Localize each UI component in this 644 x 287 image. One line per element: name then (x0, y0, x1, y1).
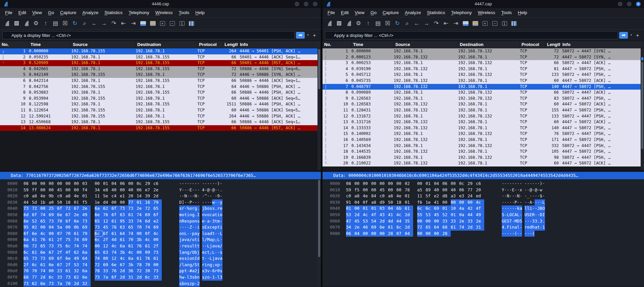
hex-ascii-char[interactable]: t (197, 262, 200, 268)
hex-byte[interactable]: 01 (346, 205, 354, 212)
hex-byte[interactable]: 74 (40, 268, 49, 274)
hex-byte[interactable]: 00 (417, 181, 426, 187)
hex-ascii-char[interactable]: N (184, 193, 187, 199)
hex-byte[interactable]: 01 (451, 212, 459, 218)
hex-ascii-char[interactable]: E (512, 187, 514, 193)
hex-ascii-char[interactable]: s (202, 274, 205, 281)
hex-ascii-char[interactable]: · (537, 187, 540, 193)
hex-ascii-char[interactable]: p (179, 268, 182, 274)
hex-byte[interactable]: 70 (145, 262, 153, 268)
hex-ascii-char[interactable]: · (535, 205, 537, 212)
hex-byte[interactable]: 25 (49, 205, 57, 212)
hex-byte[interactable]: 61 (32, 237, 40, 243)
hex-byte[interactable]: 45 (434, 212, 442, 218)
hex-ascii-char[interactable]: s (210, 205, 212, 212)
hex-byte[interactable]: 6c (65, 243, 74, 249)
hex-ascii-char[interactable]: b (204, 205, 207, 212)
hex-ascii-char[interactable]: G (502, 218, 504, 225)
hex-byte[interactable]: 6f (32, 212, 40, 218)
hex-ascii-char[interactable]: i (197, 224, 200, 231)
hex-ascii-char[interactable]: · (517, 181, 520, 187)
hex-ascii-char[interactable]: a (207, 231, 210, 237)
hex-byte[interactable]: 6f (111, 212, 120, 218)
hex-ascii-char[interactable]: 0 (217, 268, 220, 274)
hex-ascii-char[interactable]: ( (532, 231, 535, 237)
hex-ascii-char[interactable]: c (210, 212, 212, 218)
hex-ascii-char[interactable]: r (182, 205, 185, 212)
hex-byte[interactable]: 4f (65, 249, 74, 256)
hex-ascii-char[interactable]: · (535, 212, 537, 218)
hex-byte[interactable]: 4c (153, 231, 162, 237)
hex-ascii-char[interactable]: S (502, 212, 504, 218)
start-capture-icon[interactable] (325, 19, 333, 28)
hex-byte[interactable]: 91 (346, 199, 354, 206)
hex-byte[interactable]: 46 (363, 224, 371, 231)
hex-byte[interactable]: 33 (128, 218, 137, 225)
hex-ascii-char[interactable]: · (519, 193, 522, 199)
title-bar[interactable]: 4446.cap (0, 0, 321, 8)
hex-ascii-char[interactable]: · (197, 193, 200, 199)
hex-ascii-char[interactable]: M (514, 218, 517, 225)
hex-byte[interactable]: 61 (405, 205, 413, 212)
hex-byte[interactable]: 65 (40, 218, 49, 225)
hex-ascii-char[interactable]: · (512, 199, 514, 206)
hex-ascii-char[interactable]: S (507, 218, 509, 225)
packet-row[interactable]: 2│0.000123192.168.78.132192.168.78.1TCP7… (323, 54, 644, 60)
hex-ascii-char[interactable]: o (207, 205, 210, 212)
hex-ascii-char[interactable]: x (202, 268, 205, 274)
hex-ascii-char[interactable]: 2 (197, 281, 200, 287)
packet-row[interactable]: 6│0.045735192.168.78.132192.168.78.1TCP6… (323, 78, 644, 84)
hex-byte[interactable]: 78 (405, 187, 413, 193)
hex-byte[interactable]: 74 (137, 218, 145, 225)
hex-ascii-char[interactable]: · (215, 187, 217, 193)
packet-row[interactable]: 16│0.140569192.168.78.132192.168.78.1TCP… (323, 137, 644, 143)
hex-byte[interactable]: 2e (459, 218, 467, 225)
hex-ascii-char[interactable]: · (517, 231, 520, 237)
hex-byte[interactable]: 74 (137, 212, 145, 218)
hex-ascii-char[interactable]: 3 (212, 218, 215, 225)
hex-byte[interactable]: 65 (40, 243, 49, 249)
hex-ascii-char[interactable]: . (504, 224, 507, 231)
hex-byte[interactable]: 61 (128, 243, 137, 249)
hex-byte[interactable]: e2 (434, 193, 442, 199)
hex-byte[interactable]: 73 (153, 268, 162, 274)
hex-ascii-char[interactable]: / (189, 237, 192, 243)
hex-byte[interactable]: 73 (82, 218, 91, 225)
hex-ascii-char[interactable]: · (184, 199, 187, 206)
hex-ascii-char[interactable]: · (179, 243, 182, 249)
hex-ascii-char[interactable]: ^ (204, 193, 207, 199)
hex-byte[interactable]: 62 (74, 274, 82, 281)
packet-row[interactable]: 58.042149192.168.78.155192.168.78.1TCP72… (0, 72, 321, 78)
hex-byte[interactable]: 00 (128, 181, 137, 187)
menu-item-view[interactable]: View (352, 10, 367, 15)
hex-ascii-char[interactable]: · (187, 231, 190, 237)
hex-ascii-char[interactable]: s (220, 268, 222, 274)
hex-ascii-char[interactable]: · (217, 199, 220, 206)
packet-row[interactable]: 17│0.143434192.168.78.1192.168.78.132TCP… (323, 143, 644, 149)
hex-byte[interactable]: 73 (65, 274, 74, 281)
menu-item-statistics[interactable]: Statistics (101, 10, 126, 15)
hex-byte[interactable]: 18 (65, 199, 74, 206)
hex-byte[interactable]: 6e (49, 262, 57, 268)
menu-item-analyze[interactable]: Analyze (79, 10, 101, 15)
hex-byte[interactable]: 79 (153, 199, 162, 206)
hex-ascii-char[interactable]: · (210, 187, 212, 193)
hex-ascii-char[interactable]: · (195, 187, 197, 193)
hex-ascii-char[interactable]: r (217, 205, 220, 212)
hex-byte[interactable]: 11 (95, 193, 103, 199)
hex-byte[interactable]: 6a (128, 255, 137, 262)
hex-byte[interactable]: 01 (426, 181, 434, 187)
hex-byte[interactable]: 33 (467, 218, 476, 225)
hex-ascii-char[interactable]: · (532, 193, 535, 199)
stop-capture-icon[interactable] (335, 19, 343, 28)
hex-ascii-char[interactable]: · (187, 199, 190, 206)
hex-byte[interactable]: 07 (396, 231, 405, 237)
hex-byte[interactable]: 69 (82, 224, 91, 231)
hex-byte[interactable]: 01 (103, 181, 111, 187)
hex-ascii-char[interactable]: L (542, 199, 545, 206)
open-file-icon[interactable]: ↑ (364, 19, 372, 28)
hex-ascii-char[interactable]: n (187, 262, 190, 268)
hex-byte[interactable]: 55 (417, 212, 426, 218)
minimize-button[interactable] (304, 2, 308, 6)
hex-byte[interactable]: 6c (396, 224, 405, 231)
